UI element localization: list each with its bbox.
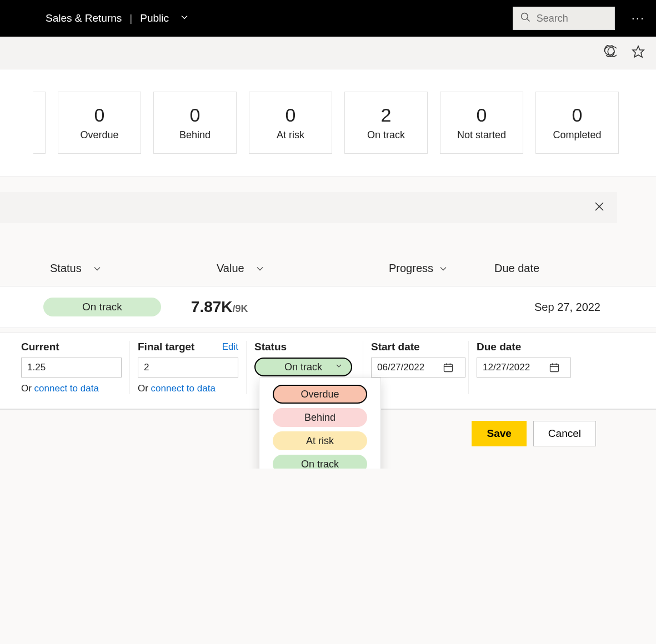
breadcrumb-item-2[interactable]: Public	[140, 12, 169, 24]
card-value: 0	[477, 104, 487, 126]
field-label: Due date	[477, 341, 521, 353]
status-dropdown: Overdue Behind At risk On track Not star…	[259, 378, 381, 469]
search-box[interactable]	[513, 7, 615, 30]
sub-bar	[0, 37, 656, 69]
current-input[interactable]	[21, 358, 122, 378]
field-label: Final target	[138, 341, 194, 353]
search-icon	[520, 12, 531, 25]
more-button[interactable]: ···	[632, 11, 645, 26]
calendar-icon[interactable]	[549, 362, 560, 375]
status-option-behind[interactable]: Behind	[273, 408, 367, 427]
card-value: 2	[381, 104, 392, 126]
col-due-date[interactable]: Due date	[494, 262, 578, 275]
field-due-date: Due date	[469, 341, 574, 394]
status-select[interactable]: On track	[254, 358, 352, 376]
svg-point-0	[521, 13, 528, 20]
final-target-input[interactable]	[138, 358, 238, 378]
card-value: 0	[190, 104, 201, 126]
status-pill: On track	[43, 298, 161, 316]
close-icon[interactable]	[593, 200, 606, 215]
svg-rect-5	[444, 364, 453, 371]
col-status[interactable]: Status	[50, 262, 217, 275]
metric-value: 7.87K/9K	[191, 298, 248, 316]
connect-hint: Or connect to data	[21, 383, 122, 394]
card-label: Not started	[457, 129, 506, 141]
card-at-risk[interactable]: 0 At risk	[249, 92, 332, 154]
col-label: Value	[217, 262, 244, 275]
metric-row[interactable]: On track 7.87K/9K Sep 27, 2022	[0, 286, 656, 328]
card-completed[interactable]: 0 Completed	[535, 92, 619, 154]
card-behind[interactable]: 0 Behind	[153, 92, 237, 154]
field-label: Status	[254, 341, 287, 353]
connect-to-data-link[interactable]: connect to data	[151, 383, 216, 394]
card-value: 0	[572, 104, 583, 126]
column-headers: Status Value Progress Due date	[0, 223, 656, 286]
card-label: At risk	[277, 129, 304, 141]
top-bar: Sales & Returns | Public ···	[0, 0, 656, 37]
value-target: /9K	[233, 303, 248, 314]
calendar-icon[interactable]	[443, 362, 454, 375]
field-label: Start date	[371, 341, 420, 353]
card-label: Behind	[179, 129, 211, 141]
status-cards-row: 0 Overdue 0 Behind 0 At risk 2 On track …	[0, 69, 656, 177]
field-current: Current Or connect to data	[13, 341, 130, 394]
card-on-track[interactable]: 2 On track	[344, 92, 428, 154]
card-label: Completed	[553, 129, 601, 141]
status-option-overdue[interactable]: Overdue	[273, 385, 367, 404]
card-stub	[33, 92, 46, 154]
field-label: Current	[21, 341, 59, 353]
svg-line-1	[527, 19, 529, 22]
edit-form: Current Or connect to data Final target …	[0, 333, 656, 410]
due-date-text: Sep 27, 2022	[534, 301, 600, 314]
breadcrumb[interactable]: Sales & Returns | Public	[46, 12, 190, 26]
svg-marker-2	[633, 46, 644, 57]
connect-hint: Or connect to data	[138, 383, 238, 394]
search-input[interactable]	[537, 13, 608, 24]
svg-rect-9	[550, 364, 559, 371]
chevron-down-icon	[334, 361, 343, 373]
card-not-started[interactable]: 0 Not started	[440, 92, 523, 154]
star-icon[interactable]	[632, 45, 645, 61]
card-label: Overdue	[80, 129, 118, 141]
field-final-target: Final target Edit Or connect to data	[130, 341, 247, 394]
chevron-down-icon	[254, 263, 266, 274]
edit-link[interactable]: Edit	[222, 341, 238, 353]
chevron-down-icon	[92, 263, 103, 274]
col-value[interactable]: Value	[217, 262, 389, 275]
card-value: 0	[286, 104, 296, 126]
cancel-button[interactable]: Cancel	[533, 421, 596, 446]
chevron-down-icon[interactable]	[179, 12, 190, 26]
panel-top-bar	[0, 192, 617, 223]
card-value: 0	[94, 104, 105, 126]
chevron-down-icon	[438, 263, 449, 274]
value-main: 7.87K	[191, 298, 233, 315]
card-overdue[interactable]: 0 Overdue	[58, 92, 141, 154]
refresh-icon[interactable]	[603, 45, 618, 61]
save-button[interactable]: Save	[472, 421, 526, 446]
breadcrumb-divider: |	[129, 12, 132, 24]
status-select-value: On track	[284, 361, 322, 373]
col-label: Status	[50, 262, 82, 275]
col-progress[interactable]: Progress	[389, 262, 494, 275]
status-option-at-risk[interactable]: At risk	[273, 431, 367, 450]
col-label: Due date	[494, 262, 539, 275]
col-label: Progress	[389, 262, 433, 275]
breadcrumb-item-1[interactable]: Sales & Returns	[46, 12, 122, 24]
card-label: On track	[367, 129, 405, 141]
status-option-on-track[interactable]: On track	[273, 455, 367, 469]
connect-to-data-link[interactable]: connect to data	[34, 383, 99, 394]
